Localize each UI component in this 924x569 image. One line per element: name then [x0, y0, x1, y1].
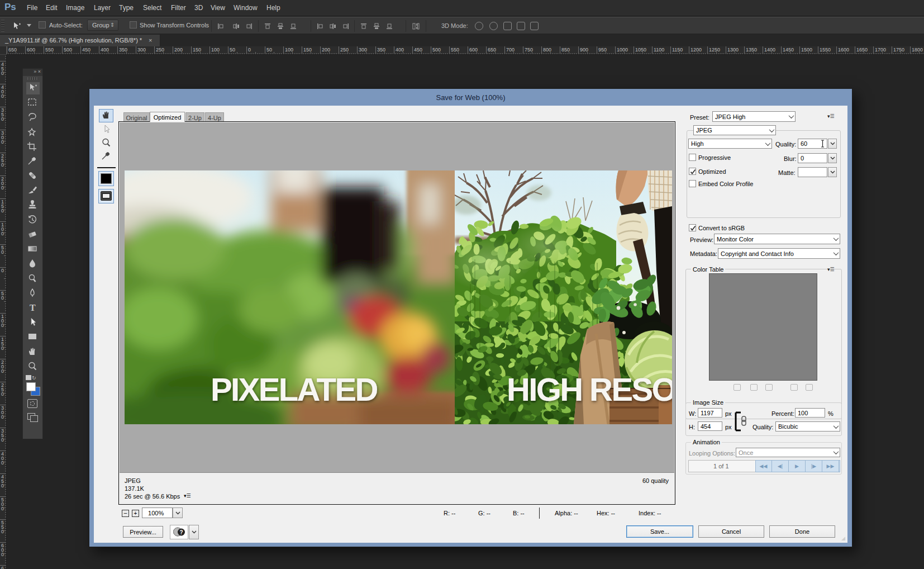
svg-text:650: 650 [8, 47, 17, 53]
svg-text:600: 600 [469, 47, 478, 53]
svg-text:0: 0 [1, 231, 4, 236]
svg-text:1700: 1700 [875, 47, 886, 53]
svg-text:950: 950 [598, 47, 607, 53]
svg-text:250: 250 [156, 47, 164, 53]
svg-text:500: 500 [432, 47, 441, 53]
svg-text:0: 0 [1, 116, 4, 122]
svg-text:1150: 1150 [672, 47, 683, 53]
svg-text:100: 100 [211, 47, 220, 53]
svg-text:400: 400 [101, 47, 109, 53]
svg-text:1550: 1550 [820, 47, 831, 53]
svg-text:1600: 1600 [838, 47, 849, 53]
svg-text:1000: 1000 [617, 47, 628, 53]
svg-text:0: 0 [248, 47, 251, 53]
svg-text:0: 0 [1, 368, 4, 374]
svg-text:T: T [30, 303, 36, 312]
svg-text:1500: 1500 [801, 47, 812, 53]
svg-text:0: 0 [1, 208, 4, 214]
svg-text:700: 700 [506, 47, 515, 53]
svg-text:750: 750 [525, 47, 533, 53]
svg-text:550: 550 [45, 47, 54, 53]
svg-text:850: 850 [561, 47, 570, 53]
svg-text:1100: 1100 [654, 47, 664, 53]
svg-text:0: 0 [1, 162, 4, 168]
svg-text:HIGH RESOLUTION: HIGH RESOLUTION [507, 371, 672, 407]
svg-text:1200: 1200 [690, 47, 702, 53]
svg-text:550: 550 [451, 47, 459, 53]
svg-text:1400: 1400 [764, 47, 775, 53]
svg-text:1350: 1350 [746, 47, 757, 53]
svg-text:1650: 1650 [856, 47, 868, 53]
svg-text:0: 0 [1, 323, 4, 328]
svg-text:650: 650 [488, 47, 496, 53]
svg-text:0: 0 [1, 483, 4, 489]
svg-text:0: 0 [1, 93, 4, 99]
svg-text:0: 0 [1, 185, 4, 191]
svg-text:350: 350 [377, 47, 385, 53]
svg-text:0: 0 [1, 506, 4, 511]
svg-text:0: 0 [1, 139, 4, 145]
svg-text:0: 0 [1, 391, 4, 397]
svg-text:0: 0 [1, 529, 4, 534]
svg-text:400: 400 [396, 47, 404, 53]
svg-text:PIXELATED: PIXELATED [211, 371, 377, 407]
svg-text:200: 200 [322, 47, 330, 53]
svg-text:0: 0 [1, 552, 4, 557]
svg-text:300: 300 [359, 47, 367, 53]
svg-text:1300: 1300 [727, 47, 739, 53]
svg-text:0: 0 [1, 437, 4, 443]
svg-text:?: ? [180, 529, 183, 535]
svg-text:100: 100 [285, 47, 293, 53]
svg-text:200: 200 [174, 47, 183, 53]
svg-text:1050: 1050 [635, 47, 646, 53]
svg-text:900: 900 [580, 47, 588, 53]
svg-text:150: 150 [193, 47, 201, 53]
svg-text:6: 6 [1, 566, 4, 569]
svg-text:1250: 1250 [709, 47, 720, 53]
svg-text:300: 300 [137, 47, 146, 53]
svg-text:1450: 1450 [783, 47, 794, 53]
svg-text:150: 150 [303, 47, 312, 53]
svg-text:450: 450 [82, 47, 91, 53]
svg-text:0: 0 [1, 414, 4, 420]
svg-text:0: 0 [1, 249, 4, 255]
svg-text:0: 0 [1, 460, 4, 466]
svg-text:0: 0 [1, 268, 4, 273]
svg-text:0: 0 [1, 295, 4, 301]
svg-text:500: 500 [64, 47, 72, 53]
svg-text:0: 0 [1, 345, 4, 351]
svg-text:450: 450 [414, 47, 422, 53]
svg-text:1750: 1750 [893, 47, 904, 53]
svg-text:50: 50 [266, 47, 272, 53]
svg-text:50: 50 [230, 47, 235, 53]
svg-text:250: 250 [340, 47, 349, 53]
svg-text:350: 350 [119, 47, 127, 53]
svg-text:0: 0 [1, 70, 4, 76]
svg-text:600: 600 [27, 47, 35, 53]
svg-text:1800: 1800 [912, 47, 923, 53]
svg-text:800: 800 [543, 47, 551, 53]
